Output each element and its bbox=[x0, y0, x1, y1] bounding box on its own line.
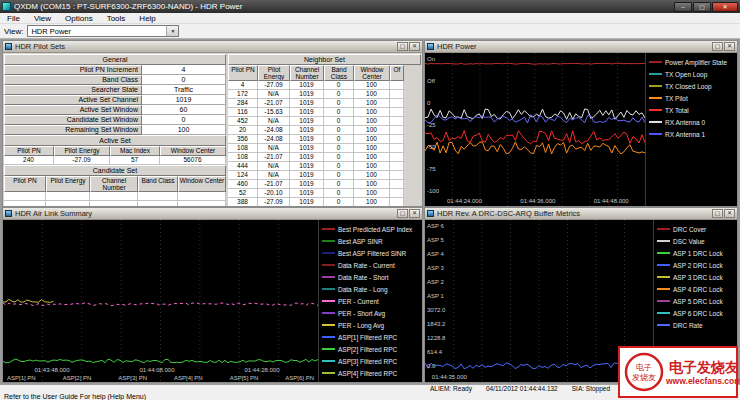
table-row[interactable]: 284-21.0710190100 bbox=[228, 99, 421, 108]
panel-close-button[interactable]: ✕ bbox=[724, 42, 735, 51]
legend-item: Best ASP Filtered SINR bbox=[322, 247, 420, 259]
legend-item: Data Rate - Short bbox=[322, 271, 420, 283]
table-row[interactable]: 452N/A10190100 bbox=[228, 117, 421, 126]
table-cell bbox=[390, 81, 404, 90]
grid-header-row: Pilot PNPilot EnergyMac IndexWindow Cent… bbox=[4, 146, 226, 156]
hdr-power-legend: Power Amplifier StateTX Open LoopTX Clos… bbox=[645, 53, 737, 206]
column-header: Pilot Energy bbox=[46, 176, 90, 192]
table-row[interactable]: 108-21.0710190100 bbox=[228, 153, 421, 162]
panel-titlebar[interactable]: HDR Rev. A DRC-DSC-ARQ Buffer Metrics ▢ … bbox=[425, 208, 737, 220]
legend-label: ASP[1] Filtered RPC bbox=[338, 334, 397, 341]
legend-label: PER - Current bbox=[338, 298, 379, 305]
table-row[interactable]: 108N/A10190100 bbox=[228, 144, 421, 153]
property-value: 4 bbox=[142, 65, 226, 75]
qxdm-window: QXDM (COM15 : PT-SURF6300-ZRF6300-NAND) … bbox=[0, 0, 740, 400]
table-cell: 388 bbox=[228, 198, 258, 206]
svg-text:电子: 电子 bbox=[636, 363, 652, 372]
legend-item: Data Rate - Long bbox=[322, 283, 420, 295]
menu-item-help[interactable]: Help bbox=[132, 13, 162, 24]
table-row[interactable]: 20-24.0810190100 bbox=[228, 126, 421, 135]
legend-label: DRC Cover bbox=[673, 226, 706, 233]
grid-header-row: Pilot PNPilot EnergyChannel NumberBand C… bbox=[4, 176, 226, 192]
table-row[interactable]: 52-20.1010190100 bbox=[228, 189, 421, 198]
table-cell: 0 bbox=[324, 135, 354, 144]
table-row[interactable]: 444N/A10190100 bbox=[228, 162, 421, 171]
x-axis-label: 01:44:48.000 bbox=[594, 198, 629, 204]
panel-close-button[interactable]: ✕ bbox=[724, 209, 735, 218]
table-cell: 0 bbox=[324, 117, 354, 126]
maximize-button[interactable]: ▢ bbox=[693, 2, 711, 12]
property-label: Band Class bbox=[4, 75, 142, 85]
property-value: 1019 bbox=[142, 95, 226, 105]
panel-maximize-button[interactable]: ▢ bbox=[397, 42, 408, 51]
table-cell: -24.08 bbox=[258, 135, 290, 144]
watermark-text: 电子发烧友 www.elecfans.com bbox=[666, 359, 740, 386]
column-header: Pilot PN bbox=[4, 176, 46, 192]
asp-pn-label: ASP[1] PN bbox=[7, 375, 36, 381]
property-row: Pilot PN Increment4 bbox=[4, 65, 226, 75]
legend-label: DRC Rate bbox=[673, 322, 703, 329]
table-cell: 1019 bbox=[290, 99, 324, 108]
table-cell: 0 bbox=[324, 126, 354, 135]
legend-label: Data Rate - Long bbox=[338, 286, 388, 293]
table-row[interactable]: 356-24.0810190100 bbox=[228, 135, 421, 144]
table-cell bbox=[390, 144, 404, 153]
close-button[interactable]: ✕ bbox=[712, 2, 738, 12]
panel-close-button[interactable]: ✕ bbox=[409, 42, 420, 51]
table-row[interactable] bbox=[4, 201, 226, 206]
window-titlebar[interactable]: QXDM (COM15 : PT-SURF6300-ZRF6300-NAND) … bbox=[0, 0, 740, 13]
legend-label: ASP 2 DRC Lock bbox=[673, 262, 723, 269]
table-cell: 1019 bbox=[290, 108, 324, 117]
legend-item: ASP[4] Filtered RPC bbox=[322, 367, 420, 379]
air-link-legend: Best Predicted ASP IndexBest ASP SINRBes… bbox=[318, 220, 422, 382]
minimize-button[interactable]: – bbox=[674, 2, 692, 12]
panel-titlebar[interactable]: HDR Air Link Summary ▢ ✕ bbox=[3, 208, 422, 220]
x-axis-label: 01:44:24.000 bbox=[447, 198, 482, 204]
table-row[interactable]: 460-21.0710190100 bbox=[228, 180, 421, 189]
neighbor-set-table: Pilot PNPilot EnergyChannel NumberBand C… bbox=[228, 65, 421, 206]
asp-pn-label: ASP[5] PN bbox=[230, 375, 259, 381]
table-cell: 0 bbox=[324, 189, 354, 198]
table-row[interactable]: 240-27.095756076 bbox=[4, 156, 226, 165]
legend-label: ASP 3 DRC Lock bbox=[673, 274, 723, 281]
pilot-sets-left-column: General Pilot PN Increment4Band Class0Se… bbox=[4, 54, 226, 205]
table-row[interactable]: 116-15.6310190100 bbox=[228, 108, 421, 117]
legend-label: Data Rate - Current bbox=[338, 262, 395, 269]
table-cell bbox=[390, 117, 404, 126]
chevron-down-icon[interactable]: ▼ bbox=[166, 26, 178, 36]
panel-maximize-button[interactable]: ▢ bbox=[712, 209, 723, 218]
menu-item-file[interactable]: File bbox=[0, 13, 27, 24]
view-selector[interactable]: HDR Power ▼ bbox=[27, 25, 179, 37]
legend-swatch bbox=[322, 360, 335, 362]
panel-maximize-button[interactable]: ▢ bbox=[712, 42, 723, 51]
table-row[interactable]: 124N/A10190100 bbox=[228, 171, 421, 180]
panel-titlebar[interactable]: HDR Pilot Sets ▢ ✕ bbox=[3, 41, 422, 53]
legend-label: TX Closed Loop bbox=[665, 83, 712, 90]
y-axis-label: 3072.0 bbox=[427, 307, 445, 313]
legend-swatch bbox=[657, 312, 670, 314]
table-row[interactable]: 4-27.0910190100 bbox=[228, 81, 421, 90]
legend-item: ASP 4 DRC Lock bbox=[657, 283, 735, 295]
y-axis-label: -25 bbox=[427, 122, 436, 128]
general-properties: Pilot PN Increment4Band Class0Searcher S… bbox=[4, 65, 226, 135]
legend-label: ASP 1 DRC Lock bbox=[673, 250, 723, 257]
table-cell: N/A bbox=[258, 162, 290, 171]
legend-label: Data Rate - Short bbox=[338, 274, 389, 281]
menu-item-view[interactable]: View bbox=[27, 13, 58, 24]
y-axis-label: ASP 3 bbox=[427, 265, 444, 271]
svg-text:发烧友: 发烧友 bbox=[632, 373, 656, 382]
y-axis-label: -100 bbox=[427, 188, 439, 194]
table-cell: 1019 bbox=[290, 162, 324, 171]
table-row[interactable] bbox=[4, 192, 226, 201]
legend-swatch bbox=[322, 324, 335, 326]
menu-item-tools[interactable]: Tools bbox=[100, 13, 133, 24]
panel-maximize-button[interactable]: ▢ bbox=[397, 209, 408, 218]
table-cell: 100 bbox=[354, 81, 390, 90]
table-row[interactable]: 388-27.0910190100 bbox=[228, 198, 421, 206]
table-cell: 57 bbox=[110, 156, 160, 165]
menu-item-options[interactable]: Options bbox=[58, 13, 100, 24]
panel-close-button[interactable]: ✕ bbox=[409, 209, 420, 218]
panel-titlebar[interactable]: HDR Power ▢ ✕ bbox=[425, 41, 737, 53]
table-row[interactable]: 172N/A10190100 bbox=[228, 90, 421, 99]
legend-swatch bbox=[657, 276, 670, 278]
